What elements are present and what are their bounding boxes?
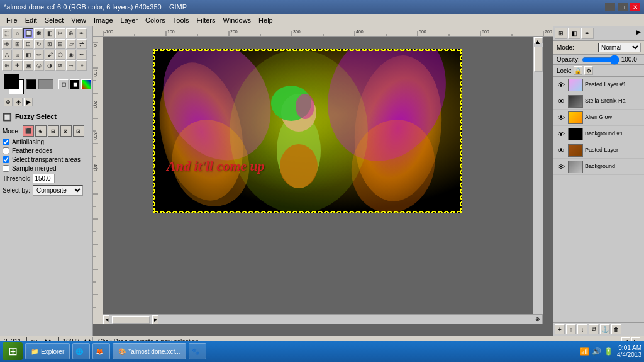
tool-scale[interactable]: ⊠ [45,39,55,49]
opacity-slider[interactable] [582,57,619,63]
maximize-button[interactable]: □ [618,3,628,11]
expand-tools-icon[interactable]: ▶ [24,98,33,106]
menu-windows[interactable]: Windows [219,15,255,25]
tool-heal[interactable]: ✚ [13,60,23,71]
tool-crop[interactable]: ⊡ [23,39,33,49]
tool-paths[interactable]: ✒ [77,28,87,38]
layers-tab-icon[interactable]: ⊞ [555,28,567,39]
menu-layer[interactable]: Layer [117,15,142,25]
default-colors-icon[interactable] [38,79,53,89]
tool-ink[interactable]: ✒ [77,50,87,60]
tool-extra2[interactable]: ◈ [14,98,23,106]
mode-subtract-icon[interactable]: ⊟ [48,125,59,137]
tool-move[interactable]: ✙ [2,39,12,49]
layer-item[interactable]: 👁 Pasted Layer #1 [553,77,644,93]
tool-paintbrush[interactable]: 🖌 [45,50,55,60]
layer-item[interactable]: 👁 Pasted Layer [553,142,644,159]
scrollbar-h-right-btn[interactable]: ▶ [152,315,158,324]
lower-layer-btn[interactable]: ↓ [577,324,587,334]
menu-file[interactable]: File [3,15,21,25]
tool-dodge[interactable]: ◑ [45,60,55,71]
tool-airbrush[interactable]: ◉ [66,50,76,60]
vertical-scrollbar[interactable]: ▲ [533,37,543,314]
channels-tab-icon[interactable]: ◧ [568,28,580,39]
tool-blend[interactable]: ◧ [23,50,33,60]
mode-add-icon[interactable]: ⊕ [35,125,47,137]
close-button[interactable]: ✕ [630,3,640,11]
color-tool2-icon[interactable]: ◼ [70,79,80,89]
duplicate-layer-btn[interactable]: ⧉ [589,324,599,334]
tool-foreground-select[interactable]: ⊕ [66,28,76,38]
layer-visibility-eye[interactable]: 👁 [556,96,566,106]
menu-edit[interactable]: Edit [21,15,41,25]
scrollbar-v-up-btn[interactable]: ▲ [534,37,543,43]
color-tool3-icon[interactable] [81,79,91,89]
layer-mode-select[interactable]: Normal Dissolve Multiply Screen [598,43,641,52]
antialiasing-checkbox[interactable] [3,139,9,145]
menu-colors[interactable]: Colors [142,15,169,25]
scrollbar-h-thumb[interactable] [112,316,150,324]
tool-measure[interactable]: ⊸ [66,60,76,71]
tool-scissors[interactable]: ✂ [55,28,65,38]
anchor-layer-btn[interactable]: ⚓ [600,324,610,334]
layer-visibility-eye[interactable]: 👁 [556,80,566,90]
taskbar-firefox-btn[interactable]: 🦊 [92,343,110,359]
scroll-corner-btn[interactable]: ⊕ [533,314,543,324]
tool-shear[interactable]: ⊟ [55,39,65,49]
tool-pencil[interactable]: ✏ [34,50,44,60]
start-button[interactable]: ⊞ [3,342,23,360]
tool-ellipse-select[interactable]: ○ [13,28,23,38]
tool-flip[interactable]: ⇌ [77,39,87,49]
new-layer-btn[interactable]: + [555,324,565,334]
layer-item[interactable]: 👁 Stella Srenix Hal [553,93,644,110]
menu-tools[interactable]: Tools [169,15,193,25]
layer-visibility-eye[interactable]: 👁 [556,145,566,156]
lock-position-icon[interactable]: ✥ [584,66,593,75]
tool-blur[interactable]: ◎ [34,60,44,71]
tool-rotate[interactable]: ↻ [34,39,44,49]
tool-smudge[interactable]: ≋ [55,60,65,71]
canvas-image-area[interactable]: And it'll come up [153,49,462,213]
threshold-input[interactable] [33,174,55,183]
tool-perspective-clone[interactable]: ▣ [23,60,33,71]
menu-filters[interactable]: Filters [193,15,219,25]
layer-visibility-eye[interactable]: 👁 [556,162,566,172]
tool-clone[interactable]: ⊕ [2,60,12,71]
scrollbar-v-thumb[interactable] [534,47,543,72]
menu-image[interactable]: Image [90,15,117,25]
sample-merged-checkbox[interactable] [3,165,9,172]
panel-expand-icon[interactable]: ▶ [634,28,643,37]
layer-item[interactable]: 👁 Alien Glow [553,110,644,126]
feather-edges-checkbox[interactable] [3,147,9,154]
raise-layer-btn[interactable]: ↑ [566,324,576,334]
taskbar-explorer-btn[interactable]: 📁 Explorer [25,343,70,359]
tool-rect-select[interactable]: ⬚ [2,28,12,38]
delete-layer-btn[interactable]: 🗑 [611,324,621,334]
menu-select[interactable]: Select [41,15,68,25]
horizontal-scrollbar[interactable]: ◀ ▶ [103,314,533,324]
tool-eraser[interactable]: ⬡ [55,50,65,60]
taskbar-gimp-btn[interactable]: 🎨 *almost done.xcf... [113,343,186,359]
menu-help[interactable]: Help [255,15,277,25]
mode-extra-icon[interactable]: ⊡ [73,125,84,137]
tool-free-select[interactable]: ✱ [34,28,44,38]
tool-colorpicker[interactable]: ⌖ [77,60,87,71]
tool-perspective[interactable]: ▱ [66,39,76,49]
mode-intersect-icon[interactable]: ⊠ [60,125,72,137]
swap-colors-icon[interactable]: ⇄ [26,79,36,89]
mode-replace-icon[interactable]: ⬛ [23,125,34,137]
tool-text[interactable]: A [2,50,12,60]
canvas-wrapper[interactable]: And it'll come up ▲ ◀ ▶ ⊕ [103,37,543,324]
lock-pixels-icon[interactable]: 🔒 [574,66,582,75]
tool-bucket-fill[interactable]: ⧆ [13,50,23,60]
tool-align[interactable]: ⊞ [13,39,23,49]
color-tool1-icon[interactable]: ◻ [58,79,69,89]
minimize-button[interactable]: – [605,3,615,11]
taskbar-app4-btn[interactable]: 🐾 [189,343,206,359]
time-display[interactable]: 9:01 AM 4/4/2013 [617,344,641,358]
transparent-areas-checkbox[interactable] [3,156,9,163]
layer-item[interactable]: 👁 Background [553,159,644,175]
scrollbar-h-left-btn[interactable]: ◀ [103,315,109,324]
layer-visibility-eye[interactable]: 👁 [556,113,566,123]
taskbar-chrome-btn[interactable]: 🌐 [72,343,90,359]
